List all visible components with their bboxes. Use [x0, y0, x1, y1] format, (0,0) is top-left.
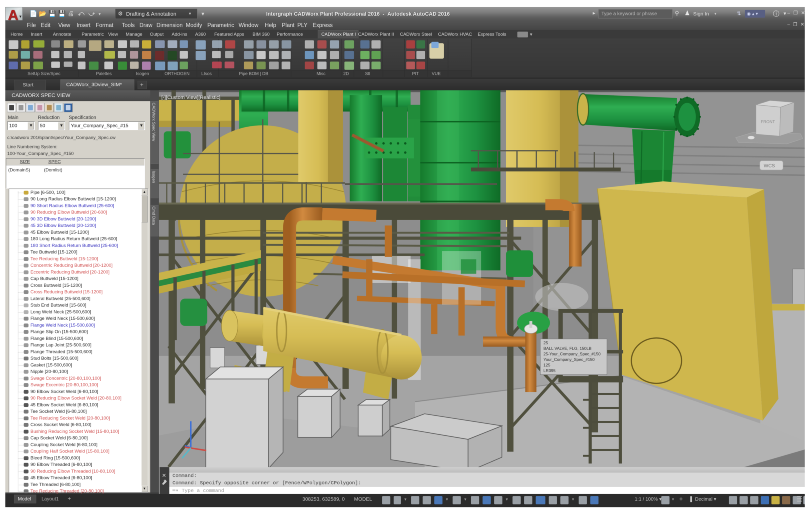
svg-text:125: 125	[544, 363, 550, 367]
svg-text:BALL VALVE, FLG, 150LB: BALL VALVE, FLG, 150LB	[544, 346, 591, 351]
svg-text:WCS: WCS	[764, 163, 775, 168]
svg-text:25-Your_Company_Spec_#150: 25-Your_Company_Spec_#150	[544, 352, 601, 356]
svg-text:LR395: LR395	[544, 368, 555, 373]
svg-text:25: 25	[544, 341, 548, 345]
svg-text:Your_Company_Spec_#150: Your_Company_Spec_#150	[544, 357, 594, 362]
svg-text:FRONT: FRONT	[761, 120, 775, 124]
